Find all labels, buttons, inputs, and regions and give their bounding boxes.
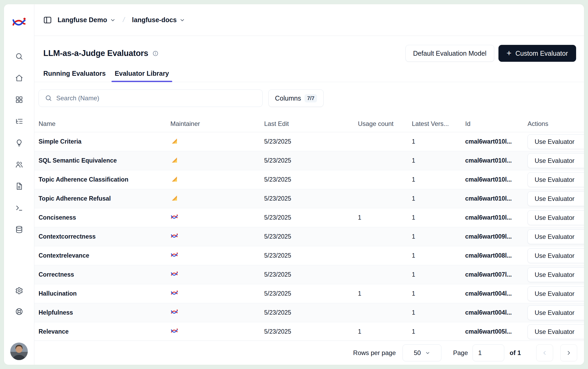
user-avatar[interactable]	[10, 343, 28, 360]
organization-selector[interactable]: Langfuse Demo	[58, 16, 116, 24]
database-icon[interactable]	[15, 225, 24, 234]
table-row[interactable]: Conciseness 5/23/2025 1 1 cmal6wart010l.…	[34, 208, 584, 227]
table-toolbar: Columns 7/7	[34, 89, 584, 107]
last-edit-date: 5/23/2025	[264, 309, 358, 316]
latest-version: 1	[412, 271, 465, 278]
lightbulb-icon[interactable]	[15, 138, 24, 147]
terminal-playground-icon[interactable]	[15, 203, 24, 212]
latest-version: 1	[412, 233, 465, 240]
latest-version: 1	[412, 176, 465, 183]
use-evaluator-button[interactable]: Use Evaluator	[528, 324, 584, 339]
header-latest-version: Latest Vers...	[412, 120, 465, 127]
table-body: Simple Criteria 5/23/2025 1 cmal6wart010…	[34, 132, 584, 340]
header-last-edit: Last Edit	[264, 120, 358, 127]
table-row[interactable]: Relevance 5/23/2025 1 1 cmal6wart005l...	[34, 322, 584, 340]
tracing-tree-icon[interactable]	[15, 117, 24, 126]
page-actions: Default Evaluation Model + Custom Evalua…	[405, 45, 576, 62]
custom-evaluator-button[interactable]: + Custom Evaluator	[498, 45, 576, 62]
evaluator-id: cmal6wart010l...	[465, 157, 528, 164]
tab-evaluator-library[interactable]: Evaluator Library	[111, 70, 172, 82]
chevron-down-icon	[110, 17, 116, 23]
info-icon[interactable]	[152, 50, 158, 56]
table-row[interactable]: Contextcorrectness 5/23/2025 1 cmal6wart…	[34, 227, 584, 246]
tab-running-evaluators[interactable]: Running Evaluators	[40, 70, 109, 82]
breadcrumb-slash-icon	[120, 16, 128, 25]
last-edit-date: 5/23/2025	[264, 233, 358, 240]
latest-version: 1	[412, 214, 465, 221]
maintainer-cell	[170, 213, 264, 223]
latest-version: 1	[412, 195, 465, 202]
rows-per-page-value: 50	[414, 349, 421, 357]
evaluator-id: cmal6wart009l...	[465, 233, 528, 240]
chevron-down-icon	[179, 17, 185, 23]
evaluator-name: Contextcorrectness	[39, 233, 170, 240]
use-evaluator-button[interactable]: Use Evaluator	[528, 248, 584, 263]
organization-name: Langfuse Demo	[58, 16, 107, 24]
default-evaluation-model-button[interactable]: Default Evaluation Model	[405, 45, 494, 62]
table-row[interactable]: Helpfulness 5/23/2025 1 cmal6wart004l...	[34, 303, 584, 322]
sidebar-toggle-icon[interactable]	[42, 15, 53, 25]
use-evaluator-button[interactable]: Use Evaluator	[528, 267, 584, 282]
search-icon	[45, 94, 52, 102]
langfuse-icon	[170, 289, 178, 297]
page-label: Page	[453, 349, 468, 357]
last-edit-date: 5/23/2025	[264, 176, 358, 183]
table-row[interactable]: Topic Adherence Classification 5/23/2025…	[34, 170, 584, 189]
ragas-icon	[170, 137, 178, 145]
next-page-button[interactable]	[560, 344, 577, 361]
use-evaluator-button[interactable]: Use Evaluator	[528, 191, 584, 206]
users-icon[interactable]	[15, 160, 24, 169]
use-evaluator-button[interactable]: Use Evaluator	[528, 286, 584, 301]
maintainer-cell	[170, 137, 264, 146]
table-row[interactable]: Topic Adherence Refusal 5/23/2025 1 cmal…	[34, 189, 584, 208]
table-row[interactable]: Contextrelevance 5/23/2025 1 cmal6wart00…	[34, 246, 584, 265]
langfuse-icon	[170, 270, 178, 278]
latest-version: 1	[412, 328, 465, 335]
chevron-down-icon	[425, 350, 430, 356]
langfuse-logo-icon[interactable]	[11, 15, 27, 30]
usage-count: 1	[358, 328, 412, 335]
project-selector[interactable]: langfuse-docs	[132, 16, 185, 24]
header-id: Id	[465, 120, 528, 127]
tab-bar: Running Evaluators Evaluator Library	[34, 70, 584, 82]
actions-cell: Use Evaluator	[528, 134, 584, 149]
use-evaluator-button[interactable]: Use Evaluator	[528, 229, 584, 244]
evaluator-id: cmal6wart004l...	[465, 309, 528, 316]
maintainer-cell	[170, 308, 264, 318]
settings-gear-icon[interactable]	[15, 286, 24, 295]
evaluator-name: Correctness	[39, 271, 170, 278]
evaluation-file-icon[interactable]	[15, 182, 24, 191]
use-evaluator-button[interactable]: Use Evaluator	[528, 134, 584, 149]
evaluator-name: Contextrelevance	[39, 252, 170, 259]
last-edit-date: 5/23/2025	[264, 252, 358, 259]
chevron-right-icon	[566, 350, 572, 356]
rows-per-page-select[interactable]: 50	[403, 344, 441, 361]
use-evaluator-button[interactable]: Use Evaluator	[528, 153, 584, 168]
table-row[interactable]: SQL Semantic Equivalence 5/23/2025 1 cma…	[34, 151, 584, 170]
table-row[interactable]: Simple Criteria 5/23/2025 1 cmal6wart010…	[34, 132, 584, 151]
columns-button[interactable]: Columns 7/7	[268, 89, 324, 107]
use-evaluator-button[interactable]: Use Evaluator	[528, 172, 584, 187]
table-row[interactable]: Correctness 5/23/2025 1 cmal6wart007l...	[34, 265, 584, 284]
dashboard-grid-icon[interactable]	[15, 95, 24, 104]
evaluator-id: cmal6wart010l...	[465, 214, 528, 221]
maintainer-cell	[170, 232, 264, 242]
actions-cell: Use Evaluator	[528, 324, 584, 339]
custom-evaluator-label: Custom Evaluator	[515, 50, 568, 57]
use-evaluator-button[interactable]: Use Evaluator	[528, 210, 584, 225]
home-icon[interactable]	[15, 73, 24, 82]
search-input[interactable]	[39, 89, 263, 107]
search-icon[interactable]	[15, 52, 24, 61]
actions-cell: Use Evaluator	[528, 191, 584, 206]
evaluator-name: Topic Adherence Classification	[39, 176, 170, 183]
page-title: LLM-as-a-Judge Evaluators	[43, 49, 148, 58]
table-row[interactable]: Hallucination 5/23/2025 1 1 cmal6wart004…	[34, 284, 584, 303]
support-lifebuoy-icon[interactable]	[15, 307, 24, 316]
desktop: { "brand": { "name": "Langfuse" }, "brea…	[0, 0, 588, 369]
page-number-input[interactable]	[473, 344, 504, 361]
previous-page-button[interactable]	[536, 344, 553, 361]
evaluator-id: cmal6wart004l...	[465, 290, 528, 297]
last-edit-date: 5/23/2025	[264, 138, 358, 145]
evaluator-name: Relevance	[39, 328, 170, 335]
use-evaluator-button[interactable]: Use Evaluator	[528, 305, 584, 320]
